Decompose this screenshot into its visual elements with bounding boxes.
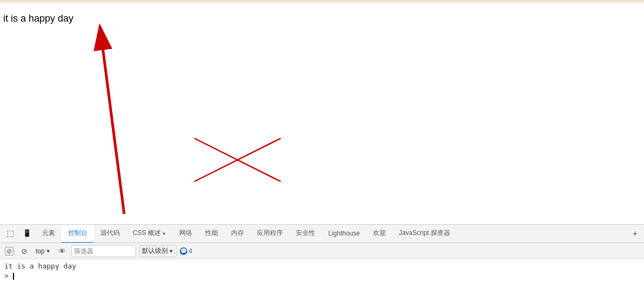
console-cursor — [13, 273, 14, 280]
log-level-selector[interactable]: 默认级别 ▼ — [139, 245, 177, 257]
console-output: it is a happy day > — [0, 259, 644, 289]
eye-icon: 👁 — [58, 247, 66, 256]
svg-line-4 — [194, 138, 281, 182]
tab-security-label: 安全性 — [296, 228, 315, 238]
tab-javascript-profiler[interactable]: JavaScript 探查器 — [392, 225, 457, 243]
devtools-panel: ⬚ 📱 元素 控制台 源代码 CSS 概述 ▲ 网络 性能 内存 应用程序 — [0, 224, 644, 289]
tab-memory[interactable]: 内存 — [225, 225, 250, 243]
svg-line-3 — [194, 138, 281, 182]
tab-elements-label: 元素 — [42, 228, 55, 238]
console-line-1-text: it is a happy day — [4, 262, 76, 270]
tab-welcome-label: 欢迎 — [373, 228, 386, 238]
log-level-label: 默认级别 — [142, 246, 168, 256]
device-icon: 📱 — [23, 229, 31, 237]
tab-application[interactable]: 应用程序 — [250, 225, 289, 243]
devtools-tab-bar: ⬚ 📱 元素 控制台 源代码 CSS 概述 ▲ 网络 性能 内存 应用程序 — [0, 225, 644, 243]
annotation-svg — [0, 3, 644, 224]
svg-line-2 — [100, 26, 124, 214]
context-label: top — [36, 247, 45, 255]
clear-console-button[interactable]: ⊘ — [3, 245, 15, 257]
page-content: it is a happy day — [0, 3, 644, 224]
tab-css[interactable]: CSS 概述 ▲ — [126, 225, 173, 243]
tab-add-button[interactable]: + — [628, 229, 642, 239]
tab-performance[interactable]: 性能 — [199, 225, 225, 243]
no-errors-button[interactable]: ⊘ — [18, 245, 30, 257]
clear-icon: ⊘ — [5, 247, 13, 256]
tab-javascript-profiler-label: JavaScript 探查器 — [399, 228, 450, 238]
messages-count: 4 — [189, 247, 193, 255]
level-dropdown-icon: ▼ — [169, 248, 174, 254]
console-prompt: > — [4, 272, 9, 280]
tab-lighthouse-label: Lighthouse — [328, 230, 360, 237]
css-triangle-icon: ▲ — [162, 231, 166, 236]
console-toolbar: ⊘ ⊘ top ▼ 👁 默认级别 ▼ 💬 4 — [0, 243, 644, 259]
filter-input[interactable] — [71, 245, 136, 257]
tab-elements[interactable]: 元素 — [36, 225, 62, 243]
tab-application-label: 应用程序 — [257, 228, 283, 238]
tab-css-label: CSS 概述 — [133, 228, 161, 238]
tab-lighthouse[interactable]: Lighthouse — [322, 225, 367, 243]
console-line-1: it is a happy day — [4, 261, 640, 271]
page-main-text: it is a happy day — [3, 13, 73, 24]
tab-source-label: 源代码 — [100, 228, 120, 238]
tab-performance-label: 性能 — [205, 228, 218, 238]
tab-welcome[interactable]: 欢迎 — [367, 225, 392, 243]
context-selector[interactable]: top ▼ — [33, 246, 53, 256]
tab-source[interactable]: 源代码 — [94, 225, 126, 243]
circle-slash-icon: ⊘ — [21, 247, 28, 256]
messages-count-badge[interactable]: 💬 4 — [180, 247, 193, 255]
console-line-2: > — [4, 271, 640, 281]
tab-device[interactable]: 📱 — [18, 225, 36, 243]
tab-security[interactable]: 安全性 — [289, 225, 322, 243]
live-expressions-button[interactable]: 👁 — [56, 245, 68, 257]
inspect-icon: ⬚ — [6, 228, 14, 238]
tab-network[interactable]: 网络 — [173, 225, 199, 243]
context-dropdown-icon: ▼ — [46, 248, 51, 254]
messages-dot: 💬 — [180, 247, 187, 255]
tab-memory-label: 内存 — [231, 228, 244, 238]
tab-network-label: 网络 — [179, 228, 192, 238]
tab-inspect[interactable]: ⬚ — [2, 225, 18, 243]
tab-console-label: 控制台 — [68, 228, 87, 238]
tab-console[interactable]: 控制台 — [62, 225, 94, 243]
